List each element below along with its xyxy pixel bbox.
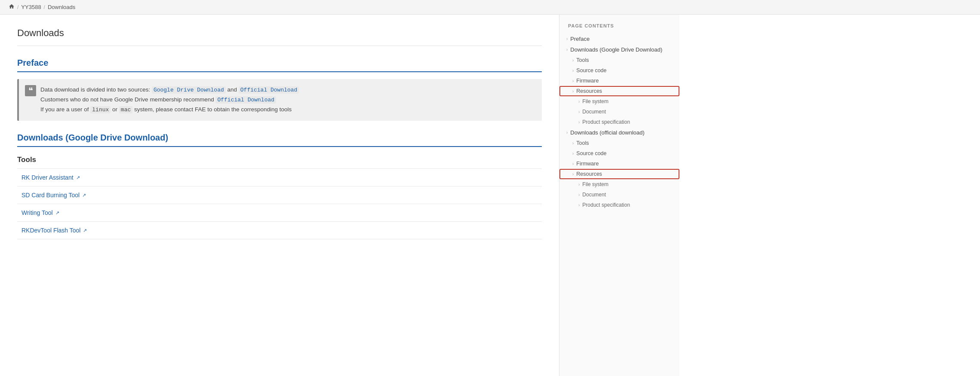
chevron-icon: › bbox=[566, 37, 568, 41]
sidebar-item-2[interactable]: ›Tools bbox=[559, 55, 679, 65]
sidebar-item-4[interactable]: ›Firmware bbox=[559, 76, 679, 86]
chevron-icon: › bbox=[578, 193, 580, 197]
home-icon[interactable] bbox=[9, 3, 15, 11]
official-download-link-1[interactable]: Official Download bbox=[239, 86, 299, 94]
sidebar-link[interactable]: Preface bbox=[570, 36, 590, 42]
chevron-icon: › bbox=[572, 172, 574, 177]
list-item: RKDevTool Flash Tool ↗ bbox=[17, 222, 542, 239]
chevron-icon: › bbox=[566, 47, 568, 52]
sidebar-item-7[interactable]: ›Document bbox=[559, 107, 679, 117]
tools-list: RK Driver Assistant ↗ SD Card Burning To… bbox=[17, 168, 542, 239]
sidebar-item-9[interactable]: ›Downloads (official download) bbox=[559, 127, 679, 138]
official-download-link-2[interactable]: Official Download bbox=[215, 96, 276, 104]
sidebar-link[interactable]: Tools bbox=[576, 57, 589, 63]
sidebar-link[interactable]: Firmware bbox=[576, 78, 599, 84]
chevron-icon: › bbox=[578, 203, 580, 208]
breadcrumb-sep-1: / bbox=[17, 4, 18, 10]
preface-quote: ❝ Data download is divided into two sour… bbox=[17, 79, 542, 121]
sidebar-link[interactable]: Source code bbox=[576, 150, 606, 156]
sidebar-link[interactable]: Downloads (official download) bbox=[570, 129, 644, 136]
sidebar-link[interactable]: Tools bbox=[576, 140, 589, 146]
external-link-icon: ↗ bbox=[76, 175, 80, 180]
main-layout: Downloads Preface ❝ Data download is div… bbox=[0, 15, 980, 376]
sidebar-item-10[interactable]: ›Tools bbox=[559, 138, 679, 148]
sidebar-item-5[interactable]: ›Resources bbox=[559, 86, 679, 96]
chevron-icon: › bbox=[566, 130, 568, 135]
chevron-icon: › bbox=[572, 162, 574, 166]
sidebar-link[interactable]: Firmware bbox=[576, 161, 599, 167]
main-content: Downloads Preface ❝ Data download is div… bbox=[0, 15, 559, 376]
sidebar: PAGE CONTENTS ›Preface›Downloads (Google… bbox=[559, 15, 679, 376]
sidebar-item-16[interactable]: ›Product specification bbox=[559, 200, 679, 210]
google-drive-heading-link[interactable]: Downloads (Google Drive Download) bbox=[17, 133, 168, 142]
breadcrumb-parent[interactable]: YY3588 bbox=[21, 4, 41, 10]
chevron-icon: › bbox=[572, 151, 574, 156]
quote-line3-before: If you are a user of bbox=[40, 106, 90, 113]
preface-heading: Preface bbox=[17, 58, 542, 72]
sidebar-item-14[interactable]: ›File system bbox=[559, 179, 679, 190]
sidebar-item-15[interactable]: ›Document bbox=[559, 190, 679, 200]
sidebar-item-12[interactable]: ›Firmware bbox=[559, 159, 679, 169]
chevron-icon: › bbox=[572, 141, 574, 146]
quote-line3-after: system, please contact FAE to obtain the… bbox=[134, 106, 292, 113]
chevron-icon: › bbox=[578, 182, 580, 187]
sidebar-item-0[interactable]: ›Preface bbox=[559, 34, 679, 44]
quote-icon: ❝ bbox=[25, 85, 36, 96]
tools-heading: Tools bbox=[17, 156, 542, 164]
list-item: RK Driver Assistant ↗ bbox=[17, 168, 542, 186]
quote-and: and bbox=[227, 86, 239, 93]
list-item: Writing Tool ↗ bbox=[17, 204, 542, 222]
sidebar-link[interactable]: File system bbox=[582, 181, 608, 187]
sidebar-item-1[interactable]: ›Downloads (Google Drive Download) bbox=[559, 44, 679, 55]
code-mac: mac bbox=[119, 106, 132, 113]
rkdevtool-flash-tool-link[interactable]: RKDevTool Flash Tool bbox=[22, 227, 80, 234]
chevron-icon: › bbox=[578, 99, 580, 104]
chevron-icon: › bbox=[572, 79, 574, 83]
external-link-icon: ↗ bbox=[82, 193, 86, 198]
quote-line-1: Data download is divided into two source… bbox=[40, 85, 533, 95]
external-link-icon: ↗ bbox=[83, 228, 87, 233]
chevron-icon: › bbox=[578, 120, 580, 125]
sidebar-link[interactable]: File system bbox=[582, 98, 608, 104]
sidebar-item-13[interactable]: ›Resources bbox=[559, 169, 679, 179]
chevron-icon: › bbox=[572, 58, 574, 63]
sidebar-link[interactable]: Source code bbox=[576, 67, 606, 73]
sidebar-item-3[interactable]: ›Source code bbox=[559, 65, 679, 76]
sidebar-items-container: ›Preface›Downloads (Google Drive Downloa… bbox=[559, 34, 679, 210]
rk-driver-assistant-link[interactable]: RK Driver Assistant bbox=[22, 174, 74, 181]
sidebar-link[interactable]: Resources bbox=[576, 171, 602, 177]
sd-card-burning-tool-link[interactable]: SD Card Burning Tool bbox=[22, 192, 80, 199]
sidebar-link[interactable]: Product specification bbox=[582, 202, 630, 208]
quote-line-2: Customers who do not have Google Drive m… bbox=[40, 95, 533, 105]
breadcrumb-sep-2: / bbox=[44, 4, 45, 10]
writing-tool-link[interactable]: Writing Tool bbox=[22, 209, 53, 216]
sidebar-link[interactable]: Resources bbox=[576, 88, 602, 94]
quote-line3-mid: or bbox=[112, 106, 119, 113]
sidebar-link[interactable]: Document bbox=[582, 192, 606, 198]
google-drive-link-1[interactable]: Google Drive Download bbox=[152, 86, 226, 94]
sidebar-item-6[interactable]: ›File system bbox=[559, 96, 679, 107]
sidebar-link[interactable]: Document bbox=[582, 109, 606, 115]
quote-line2-text: Customers who do not have Google Drive m… bbox=[40, 96, 215, 103]
quote-line-3: If you are a user of linux or mac system… bbox=[40, 105, 533, 115]
breadcrumb-current: Downloads bbox=[48, 4, 75, 10]
chevron-icon: › bbox=[572, 89, 574, 94]
sidebar-item-11[interactable]: ›Source code bbox=[559, 148, 679, 159]
code-linux: linux bbox=[90, 106, 111, 113]
chevron-icon: › bbox=[572, 68, 574, 73]
external-link-icon: ↗ bbox=[55, 210, 59, 216]
breadcrumb-bar: / YY3588 / Downloads bbox=[0, 0, 980, 15]
sidebar-item-8[interactable]: ›Product specification bbox=[559, 117, 679, 127]
page-title: Downloads bbox=[17, 28, 542, 46]
quote-line1-text: Data download is divided into two source… bbox=[40, 86, 152, 93]
sidebar-title: PAGE CONTENTS bbox=[559, 23, 679, 34]
list-item: SD Card Burning Tool ↗ bbox=[17, 186, 542, 204]
chevron-icon: › bbox=[578, 110, 580, 114]
sidebar-link[interactable]: Downloads (Google Drive Download) bbox=[570, 46, 662, 53]
sidebar-link[interactable]: Product specification bbox=[582, 119, 630, 125]
google-drive-heading[interactable]: Downloads (Google Drive Download) bbox=[17, 133, 542, 147]
